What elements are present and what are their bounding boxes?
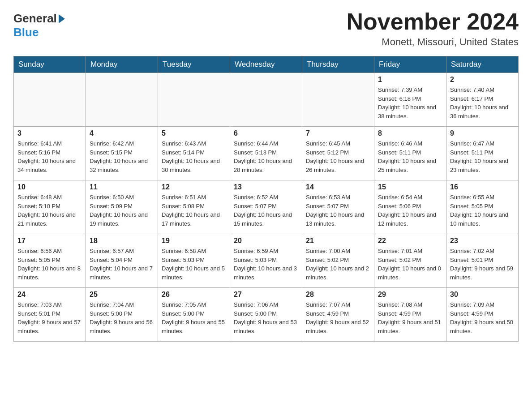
calendar-cell: 5Sunrise: 6:43 AM Sunset: 5:14 PM Daylig… bbox=[158, 127, 230, 180]
day-info: Sunrise: 7:05 AM Sunset: 5:00 PM Dayligh… bbox=[162, 300, 226, 335]
day-number: 24 bbox=[17, 291, 82, 299]
day-number: 25 bbox=[90, 291, 154, 299]
calendar-cell: 24Sunrise: 7:03 AM Sunset: 5:01 PM Dayli… bbox=[14, 288, 86, 342]
calendar-week-row: 10Sunrise: 6:48 AM Sunset: 5:10 PM Dayli… bbox=[14, 180, 519, 234]
calendar-header-row: SundayMondayTuesdayWednesdayThursdayFrid… bbox=[14, 56, 519, 73]
calendar-cell: 23Sunrise: 7:02 AM Sunset: 5:01 PM Dayli… bbox=[446, 234, 519, 288]
day-info: Sunrise: 6:42 AM Sunset: 5:15 PM Dayligh… bbox=[90, 139, 154, 174]
calendar-cell: 4Sunrise: 6:42 AM Sunset: 5:15 PM Daylig… bbox=[86, 127, 158, 180]
day-number: 23 bbox=[450, 237, 515, 245]
day-number: 22 bbox=[378, 237, 442, 245]
day-number: 17 bbox=[17, 237, 82, 245]
calendar-cell bbox=[302, 73, 374, 127]
day-number: 15 bbox=[378, 183, 442, 191]
day-number: 3 bbox=[17, 129, 82, 137]
day-info: Sunrise: 7:40 AM Sunset: 6:17 PM Dayligh… bbox=[450, 86, 515, 120]
day-number: 19 bbox=[162, 237, 226, 245]
day-info: Sunrise: 6:48 AM Sunset: 5:10 PM Dayligh… bbox=[17, 193, 82, 228]
day-info: Sunrise: 6:55 AM Sunset: 5:05 PM Dayligh… bbox=[450, 193, 515, 228]
day-number: 20 bbox=[234, 237, 298, 245]
calendar-cell: 10Sunrise: 6:48 AM Sunset: 5:10 PM Dayli… bbox=[14, 180, 86, 234]
calendar-table: SundayMondayTuesdayWednesdayThursdayFrid… bbox=[13, 56, 519, 342]
calendar-cell: 25Sunrise: 7:04 AM Sunset: 5:00 PM Dayli… bbox=[86, 288, 158, 342]
header: General Blue November 2024 Monett, Misso… bbox=[13, 9, 519, 48]
calendar-cell: 27Sunrise: 7:06 AM Sunset: 5:00 PM Dayli… bbox=[230, 288, 302, 342]
day-info: Sunrise: 7:04 AM Sunset: 5:00 PM Dayligh… bbox=[90, 300, 154, 335]
day-info: Sunrise: 7:03 AM Sunset: 5:01 PM Dayligh… bbox=[17, 300, 82, 335]
day-number: 12 bbox=[162, 183, 226, 191]
day-info: Sunrise: 6:58 AM Sunset: 5:03 PM Dayligh… bbox=[162, 247, 226, 282]
logo-general-word: General bbox=[13, 12, 57, 26]
calendar-cell bbox=[158, 73, 230, 127]
calendar-cell: 2Sunrise: 7:40 AM Sunset: 6:17 PM Daylig… bbox=[446, 73, 519, 127]
day-info: Sunrise: 7:00 AM Sunset: 5:02 PM Dayligh… bbox=[306, 247, 370, 282]
calendar-cell: 11Sunrise: 6:50 AM Sunset: 5:09 PM Dayli… bbox=[86, 180, 158, 234]
logo-blue-text: Blue bbox=[13, 26, 39, 39]
calendar-cell: 29Sunrise: 7:08 AM Sunset: 4:59 PM Dayli… bbox=[374, 288, 446, 342]
calendar-cell bbox=[14, 73, 86, 127]
calendar-cell: 9Sunrise: 6:47 AM Sunset: 5:11 PM Daylig… bbox=[446, 127, 519, 180]
calendar-cell: 7Sunrise: 6:45 AM Sunset: 5:12 PM Daylig… bbox=[302, 127, 374, 180]
location-title: Monett, Missouri, United States bbox=[347, 36, 519, 48]
day-number: 29 bbox=[378, 291, 442, 299]
day-info: Sunrise: 6:41 AM Sunset: 5:16 PM Dayligh… bbox=[17, 139, 82, 174]
calendar-cell: 21Sunrise: 7:00 AM Sunset: 5:02 PM Dayli… bbox=[302, 234, 374, 288]
day-number: 18 bbox=[90, 237, 154, 245]
calendar-week-row: 24Sunrise: 7:03 AM Sunset: 5:01 PM Dayli… bbox=[14, 288, 519, 342]
weekday-header-monday: Monday bbox=[86, 56, 158, 73]
day-info: Sunrise: 6:53 AM Sunset: 5:07 PM Dayligh… bbox=[306, 193, 370, 228]
logo-general-text: General bbox=[13, 12, 66, 26]
day-number: 6 bbox=[234, 129, 298, 137]
day-number: 2 bbox=[450, 76, 515, 84]
weekday-header-thursday: Thursday bbox=[302, 56, 374, 73]
calendar-cell: 14Sunrise: 6:53 AM Sunset: 5:07 PM Dayli… bbox=[302, 180, 374, 234]
day-number: 26 bbox=[162, 291, 226, 299]
day-info: Sunrise: 7:39 AM Sunset: 6:18 PM Dayligh… bbox=[378, 86, 442, 120]
calendar-cell bbox=[230, 73, 302, 127]
day-info: Sunrise: 6:46 AM Sunset: 5:11 PM Dayligh… bbox=[378, 139, 442, 174]
day-number: 1 bbox=[378, 76, 442, 84]
day-info: Sunrise: 7:01 AM Sunset: 5:02 PM Dayligh… bbox=[378, 247, 442, 282]
day-number: 14 bbox=[306, 183, 370, 191]
day-number: 7 bbox=[306, 129, 370, 137]
title-area: November 2024 Monett, Missouri, United S… bbox=[347, 9, 519, 48]
day-info: Sunrise: 6:44 AM Sunset: 5:13 PM Dayligh… bbox=[234, 139, 298, 174]
calendar-cell: 20Sunrise: 6:59 AM Sunset: 5:03 PM Dayli… bbox=[230, 234, 302, 288]
weekday-header-wednesday: Wednesday bbox=[230, 56, 302, 73]
calendar-cell: 16Sunrise: 6:55 AM Sunset: 5:05 PM Dayli… bbox=[446, 180, 519, 234]
calendar-cell: 30Sunrise: 7:09 AM Sunset: 4:59 PM Dayli… bbox=[446, 288, 519, 342]
calendar-week-row: 3Sunrise: 6:41 AM Sunset: 5:16 PM Daylig… bbox=[14, 127, 519, 180]
weekday-header-saturday: Saturday bbox=[446, 56, 519, 73]
calendar-cell: 19Sunrise: 6:58 AM Sunset: 5:03 PM Dayli… bbox=[158, 234, 230, 288]
day-number: 9 bbox=[450, 129, 515, 137]
calendar-cell: 3Sunrise: 6:41 AM Sunset: 5:16 PM Daylig… bbox=[14, 127, 86, 180]
day-info: Sunrise: 6:52 AM Sunset: 5:07 PM Dayligh… bbox=[234, 193, 298, 228]
day-info: Sunrise: 6:45 AM Sunset: 5:12 PM Dayligh… bbox=[306, 139, 370, 174]
weekday-header-friday: Friday bbox=[374, 56, 446, 73]
calendar-week-row: 17Sunrise: 6:56 AM Sunset: 5:05 PM Dayli… bbox=[14, 234, 519, 288]
day-number: 21 bbox=[306, 237, 370, 245]
calendar-cell bbox=[86, 73, 158, 127]
day-info: Sunrise: 6:47 AM Sunset: 5:11 PM Dayligh… bbox=[450, 139, 515, 174]
day-info: Sunrise: 7:08 AM Sunset: 4:59 PM Dayligh… bbox=[378, 300, 442, 335]
calendar-cell: 26Sunrise: 7:05 AM Sunset: 5:00 PM Dayli… bbox=[158, 288, 230, 342]
day-info: Sunrise: 6:43 AM Sunset: 5:14 PM Dayligh… bbox=[162, 139, 226, 174]
calendar-cell: 18Sunrise: 6:57 AM Sunset: 5:04 PM Dayli… bbox=[86, 234, 158, 288]
calendar-cell: 22Sunrise: 7:01 AM Sunset: 5:02 PM Dayli… bbox=[374, 234, 446, 288]
day-info: Sunrise: 6:54 AM Sunset: 5:06 PM Dayligh… bbox=[378, 193, 442, 228]
day-number: 27 bbox=[234, 291, 298, 299]
day-number: 13 bbox=[234, 183, 298, 191]
day-info: Sunrise: 7:06 AM Sunset: 5:00 PM Dayligh… bbox=[234, 300, 298, 335]
day-info: Sunrise: 6:56 AM Sunset: 5:05 PM Dayligh… bbox=[17, 247, 82, 282]
weekday-header-sunday: Sunday bbox=[14, 56, 86, 73]
calendar-week-row: 1Sunrise: 7:39 AM Sunset: 6:18 PM Daylig… bbox=[14, 73, 519, 127]
calendar-cell: 8Sunrise: 6:46 AM Sunset: 5:11 PM Daylig… bbox=[374, 127, 446, 180]
day-number: 28 bbox=[306, 291, 370, 299]
calendar-cell: 6Sunrise: 6:44 AM Sunset: 5:13 PM Daylig… bbox=[230, 127, 302, 180]
day-info: Sunrise: 6:51 AM Sunset: 5:08 PM Dayligh… bbox=[162, 193, 226, 228]
calendar-cell: 13Sunrise: 6:52 AM Sunset: 5:07 PM Dayli… bbox=[230, 180, 302, 234]
calendar-cell: 17Sunrise: 6:56 AM Sunset: 5:05 PM Dayli… bbox=[14, 234, 86, 288]
month-title: November 2024 bbox=[347, 9, 519, 34]
day-info: Sunrise: 7:07 AM Sunset: 4:59 PM Dayligh… bbox=[306, 300, 370, 335]
day-info: Sunrise: 6:59 AM Sunset: 5:03 PM Dayligh… bbox=[234, 247, 298, 282]
